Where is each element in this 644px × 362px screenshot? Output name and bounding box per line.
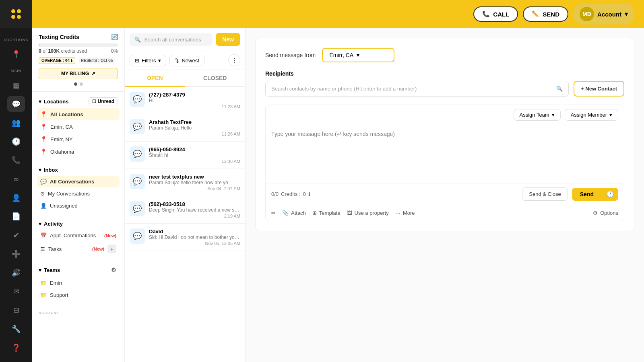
locations-section-label: LOCATIONS xyxy=(0,38,32,42)
send-close-button[interactable]: Send & Close xyxy=(522,187,568,201)
credits-progress-bg xyxy=(39,43,118,47)
sidebar-item-my-conversations[interactable]: ⊙ My Conversations xyxy=(37,188,120,200)
schedule-button[interactable]: 🕐 xyxy=(602,190,618,198)
teams-settings-button[interactable]: ⚙ xyxy=(109,265,118,274)
list-item[interactable]: 💬 David Sid: Hi David I do not mean to b… xyxy=(125,224,245,251)
send-from-select[interactable]: Emirr, CA ▾ xyxy=(322,48,394,62)
chevron-down-icon: ▾ xyxy=(357,52,359,58)
credits-header: Texting Credits 🔄 xyxy=(39,34,118,40)
add-task-button[interactable]: + xyxy=(107,245,116,253)
dot-nav-1[interactable] xyxy=(74,82,77,86)
edit-tool[interactable]: ✏ xyxy=(271,210,276,216)
search-placeholder: Search all conversations xyxy=(144,37,201,43)
sidebar-icon-phone[interactable]: 📞 xyxy=(7,152,25,168)
activity-group-header[interactable]: ▾ Activity xyxy=(37,218,120,229)
sidebar-icon-tools[interactable]: 🔧 xyxy=(7,321,25,337)
billing-button[interactable]: MY BILLING ↗ xyxy=(39,68,118,79)
sidebar-item-emirr-ny[interactable]: 📍 Emirr, NY xyxy=(37,133,120,145)
assign-member-button[interactable]: Assign Member ▾ xyxy=(565,109,618,121)
list-item[interactable]: 💬 (562)-833-0518 Deep Singh: You have re… xyxy=(125,196,245,224)
more-options-button[interactable]: ⋮ xyxy=(228,54,240,66)
send-button[interactable]: ✏️ SEND xyxy=(523,6,568,22)
recipients-label: Recipients xyxy=(265,70,624,77)
logo-dot xyxy=(17,9,21,13)
recipients-input[interactable]: Search contacts by name or phone (Hit en… xyxy=(265,81,569,97)
sidebar-icon-clock[interactable]: 🕐 xyxy=(7,134,25,150)
info-icon: ℹ xyxy=(71,58,72,63)
inbox-section: ▾ Inbox 💬 All Conversations ⊙ My Convers… xyxy=(32,161,124,215)
template-icon: ⊞ xyxy=(312,210,317,216)
tab-open[interactable]: OPEN xyxy=(125,70,185,87)
sidebar-icon-infinity[interactable]: ∞ xyxy=(7,171,25,187)
sidebar-icon-location[interactable]: 📍 xyxy=(7,47,25,62)
list-item[interactable]: 💬 (965)-050-8924 Shruti: hi 12:38 AM xyxy=(125,142,245,169)
sidebar-item-support-team[interactable]: 📁 Support xyxy=(37,289,120,301)
send-button[interactable]: Send xyxy=(572,188,602,201)
dot-nav-2[interactable] xyxy=(80,82,83,86)
folder-icon: 📁 xyxy=(40,280,47,286)
info-icon[interactable]: ℹ xyxy=(308,191,310,197)
conversation-panel: 🔍 Search all conversations New ⊟ Filters… xyxy=(125,28,246,362)
call-button[interactable]: 📞 CALL xyxy=(473,6,518,22)
sidebar-item-emirr-ca[interactable]: 📍 Emirr, CA xyxy=(37,121,120,133)
sidebar-item-all-locations[interactable]: 📍 All Locations xyxy=(37,108,120,120)
sidebar-item-all-conversations[interactable]: 💬 All Conversations xyxy=(37,176,120,187)
sidebar-icon-person-add[interactable]: ➕ xyxy=(7,246,25,262)
compose-actions: ✏ 📎 Attach ⊞ Template 🖼 Use a property xyxy=(266,205,624,221)
nav-sidebar: Texting Credits 🔄 0 of 100K credits used… xyxy=(32,28,125,362)
search-row: 🔍 Search all conversations New xyxy=(125,28,245,51)
sidebar-icon-table[interactable]: ⊟ xyxy=(7,302,25,318)
sidebar-item-appt-confirmations[interactable]: 📅 Appt. Confirmations (New) xyxy=(37,230,120,241)
appt-badge: (New) xyxy=(104,233,116,238)
overage-badge: OVERAGE : ¢4 ℹ xyxy=(39,57,75,64)
main-section-label: MAIN xyxy=(0,69,32,73)
unread-checkbox[interactable]: ☐ Unread xyxy=(89,97,118,105)
account-button[interactable]: MD Account ▾ xyxy=(573,4,634,25)
logo-dot xyxy=(11,15,15,19)
sidebar-icon-messages[interactable]: 💬 xyxy=(7,96,25,112)
sidebar-icon-dashboard[interactable]: ▦ xyxy=(7,78,25,93)
recipients-placeholder: Search contacts by name or phone (Hit en… xyxy=(271,86,417,92)
inbox-group-header[interactable]: ▾ Inbox xyxy=(37,165,120,175)
list-item[interactable]: 💬 Arshath TextFree Param Saluja: Hello 1… xyxy=(125,114,245,142)
teams-group-header[interactable]: ▾ Teams ⚙ xyxy=(37,263,120,277)
external-link-icon: ↗ xyxy=(91,71,95,76)
attach-tool[interactable]: 📎 Attach xyxy=(282,210,306,216)
tab-closed[interactable]: CLOSED xyxy=(185,70,246,86)
sidebar-item-oklahoma[interactable]: 📍 Oklahoma xyxy=(37,146,120,158)
sidebar-icon-people[interactable]: 👤 xyxy=(7,190,25,206)
sidebar-icon-email[interactable]: ✉ xyxy=(7,284,25,300)
list-item[interactable]: 💬 neer test textplus new Param Saluja: h… xyxy=(125,169,245,196)
message-input[interactable] xyxy=(266,125,624,181)
sort-button[interactable]: ⇅ Newest xyxy=(169,55,204,66)
sidebar-item-unassigned[interactable]: 👤 Unassigned xyxy=(37,200,120,212)
teams-section: ▾ Teams ⚙ 📁 Emirr 📁 Support xyxy=(32,260,124,304)
property-tool[interactable]: 🖼 Use a property xyxy=(347,210,389,216)
filter-button[interactable]: ⊟ Filters ▾ xyxy=(130,55,166,66)
sidebar-icon-tasks[interactable]: ✔ xyxy=(7,228,25,243)
new-conversation-button[interactable]: New xyxy=(216,33,240,46)
sidebar-icon-contacts[interactable]: 👥 xyxy=(7,115,25,131)
locations-group-header[interactable]: ▾ Locations ☐ Unread xyxy=(37,95,120,108)
sidebar-icon-file[interactable]: 📄 xyxy=(7,209,25,224)
new-contact-button[interactable]: + New Contact xyxy=(574,81,624,97)
refresh-icon[interactable]: 🔄 xyxy=(111,34,118,40)
sidebar-icon-help[interactable]: ❓ xyxy=(7,340,25,356)
compose-area: Assign Team ▾ Assign Member ▾ 0/0 Credit… xyxy=(265,105,624,221)
sidebar-icon-volume[interactable]: 🔊 xyxy=(7,265,25,281)
logo-dots xyxy=(11,9,21,19)
calendar-icon: 📅 xyxy=(40,232,47,239)
dots-nav xyxy=(39,82,118,86)
template-tool[interactable]: ⊞ Template xyxy=(312,210,341,216)
conv-avatar: 💬 xyxy=(130,201,145,216)
more-tool[interactable]: ⋯ More xyxy=(395,210,415,216)
conv-avatar: 💬 xyxy=(130,146,145,162)
sidebar-item-tasks[interactable]: ☰ Tasks (New) + xyxy=(37,242,120,256)
assign-team-button[interactable]: Assign Team ▾ xyxy=(514,109,561,121)
options-button[interactable]: ⚙ Options xyxy=(593,210,618,216)
property-icon: 🖼 xyxy=(347,210,352,216)
sidebar-item-emirr-team[interactable]: 📁 Emirr xyxy=(37,277,120,289)
search-box[interactable]: 🔍 Search all conversations xyxy=(130,33,213,46)
location-pin-icon: 📍 xyxy=(40,136,47,142)
list-item[interactable]: 💬 (727)-287-4379 Hi 11:28 AM xyxy=(125,87,245,114)
